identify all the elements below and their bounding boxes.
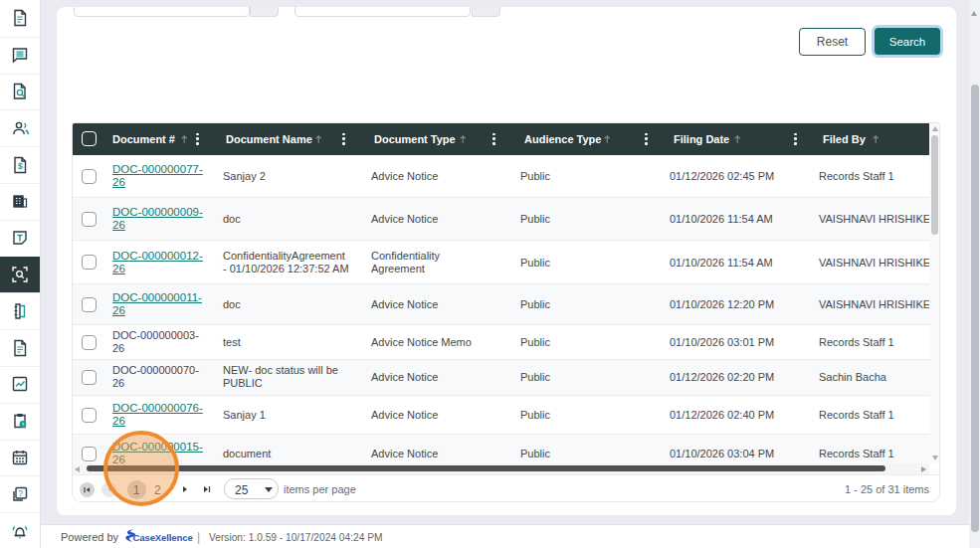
svg-text:$: $ xyxy=(18,161,23,171)
svg-text:?: ? xyxy=(18,488,23,498)
